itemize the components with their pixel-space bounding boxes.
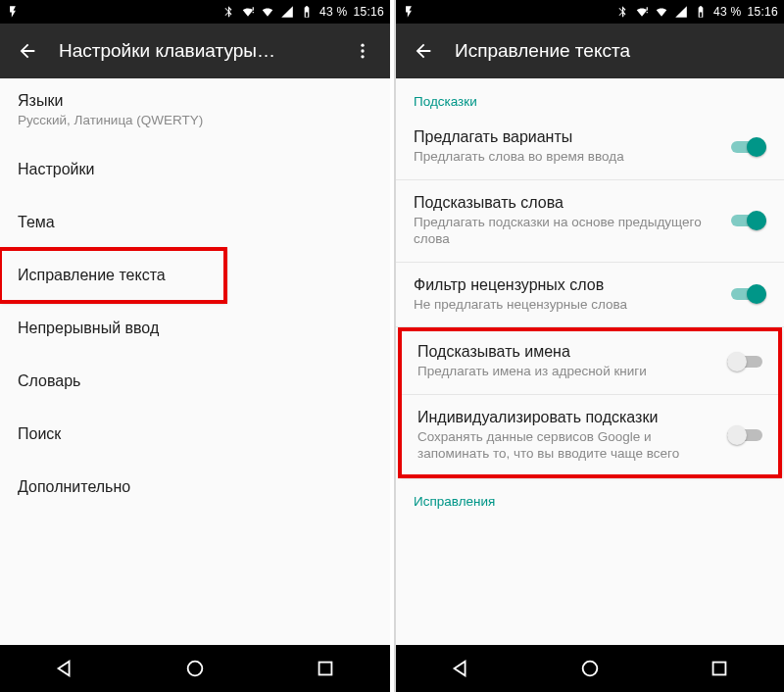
item-title: Предлагать варианты	[414, 128, 721, 146]
toggle-personalize[interactable]	[727, 425, 762, 445]
item-subtitle: Предлагать подсказки на основе предыдуще…	[414, 214, 721, 248]
page-title: Настройки клавиатуры…	[59, 40, 343, 62]
svg-rect-4	[318, 663, 331, 675]
toggle-block-offensive[interactable]	[731, 284, 766, 304]
setting-item-dictionary[interactable]: Словарь	[0, 355, 390, 408]
status-bar: 43 % 15:16	[396, 0, 784, 24]
circle-home-icon	[579, 658, 601, 679]
item-subtitle: Не предлагать нецензурные слова	[414, 296, 721, 314]
bluetooth-icon	[615, 5, 629, 19]
svg-point-3	[188, 662, 203, 676]
square-recent-icon	[315, 658, 336, 679]
settings-list: Подсказки Предлагать варианты Предлагать…	[396, 78, 784, 645]
square-recent-icon	[709, 658, 730, 679]
highlight-group: Подсказывать имена Предлагать имена из а…	[400, 329, 780, 476]
toggle-suggest-variants[interactable]	[731, 137, 766, 157]
setting-item-search[interactable]: Поиск	[0, 408, 390, 461]
battery-text: 43 %	[319, 5, 348, 19]
nav-home-button[interactable]	[166, 658, 224, 679]
clock-text: 15:16	[747, 5, 778, 19]
overflow-menu-button[interactable]	[343, 31, 382, 71]
item-title: Индивидуализировать подсказки	[417, 409, 717, 426]
arrow-back-icon	[413, 40, 434, 62]
triangle-back-icon	[54, 658, 75, 679]
svg-rect-6	[713, 663, 726, 675]
item-title: Тема	[18, 214, 363, 231]
item-title: Фильтр нецензурных слов	[414, 276, 721, 294]
signal-icon	[674, 5, 688, 19]
setting-item-next-word[interactable]: Подсказывать слова Предлагать подсказки …	[396, 180, 784, 262]
battery-text: 43 %	[713, 5, 742, 19]
setting-item-suggest-variants[interactable]: Предлагать варианты Предлагать слова во …	[396, 115, 784, 179]
section-suggestions-header: Подсказки	[396, 78, 784, 115]
item-title: Настройки	[18, 161, 363, 178]
setting-item-languages[interactable]: Языки Русский, Латиница (QWERTY)	[0, 78, 390, 143]
nav-back-button[interactable]	[35, 658, 94, 679]
svg-point-2	[361, 55, 364, 58]
wifi-alert-icon	[635, 5, 649, 19]
item-title: Непрерывный ввод	[18, 320, 363, 337]
more-vert-icon	[353, 41, 372, 61]
setting-item-advanced[interactable]: Дополнительно	[0, 461, 390, 514]
arrow-back-icon	[17, 40, 38, 62]
page-title: Исправление текста	[455, 40, 776, 62]
back-button[interactable]	[404, 31, 443, 71]
section-corrections-header: Исправления	[396, 478, 784, 515]
setting-item-personalize[interactable]: Индивидуализировать подсказки Сохранять …	[400, 395, 780, 476]
setting-item-text-correction[interactable]: Исправление текста	[0, 249, 225, 302]
item-title: Подсказывать слова	[414, 194, 721, 212]
battery-icon	[300, 5, 314, 19]
app-bar: Исправление текста	[396, 24, 784, 78]
wifi-icon	[261, 5, 274, 19]
bolt-icon	[6, 5, 20, 19]
back-button[interactable]	[8, 31, 47, 71]
bluetooth-icon	[221, 5, 235, 19]
nav-home-button[interactable]	[561, 658, 619, 679]
setting-item-preferences[interactable]: Настройки	[0, 143, 390, 196]
item-title: Исправление текста	[18, 267, 198, 284]
triangle-back-icon	[450, 658, 471, 679]
bolt-icon	[402, 5, 416, 19]
item-title: Поиск	[18, 425, 363, 443]
nav-bar	[0, 645, 390, 692]
svg-point-0	[361, 44, 364, 47]
svg-point-1	[361, 49, 364, 52]
toggle-next-word[interactable]	[731, 211, 766, 230]
divider	[396, 326, 784, 327]
phone-left: 43 % 15:16 Настройки клавиатуры… Языки Р…	[0, 0, 390, 692]
item-title: Дополнительно	[18, 478, 363, 496]
item-subtitle: Русский, Латиница (QWERTY)	[18, 112, 363, 129]
nav-bar	[396, 645, 784, 692]
item-subtitle: Предлагать имена из адресной книги	[417, 363, 717, 380]
nav-recent-button[interactable]	[690, 658, 749, 679]
item-title: Словарь	[18, 372, 363, 390]
battery-icon	[694, 5, 708, 19]
nav-back-button[interactable]	[431, 658, 490, 679]
setting-item-theme[interactable]: Тема	[0, 196, 390, 249]
circle-home-icon	[184, 658, 206, 679]
item-title: Подсказывать имена	[417, 343, 717, 361]
svg-point-5	[583, 662, 598, 676]
setting-item-gesture-typing[interactable]: Непрерывный ввод	[0, 302, 390, 355]
setting-item-block-offensive[interactable]: Фильтр нецензурных слов Не предлагать не…	[396, 263, 784, 327]
settings-list: Языки Русский, Латиница (QWERTY) Настрой…	[0, 78, 390, 645]
setting-item-suggest-names[interactable]: Подсказывать имена Предлагать имена из а…	[400, 329, 780, 394]
item-subtitle: Сохранять данные сервисов Google и запом…	[417, 428, 717, 463]
app-bar: Настройки клавиатуры…	[0, 24, 390, 78]
phone-right: 43 % 15:16 Исправление текста Подсказки …	[394, 0, 784, 692]
wifi-alert-icon	[241, 5, 255, 19]
wifi-icon	[655, 5, 668, 19]
item-title: Языки	[18, 92, 363, 110]
signal-icon	[280, 5, 294, 19]
clock-text: 15:16	[353, 5, 384, 19]
item-subtitle: Предлагать слова во время ввода	[414, 148, 721, 166]
status-bar: 43 % 15:16	[0, 0, 390, 24]
nav-recent-button[interactable]	[296, 658, 355, 679]
toggle-suggest-names[interactable]	[727, 352, 762, 371]
